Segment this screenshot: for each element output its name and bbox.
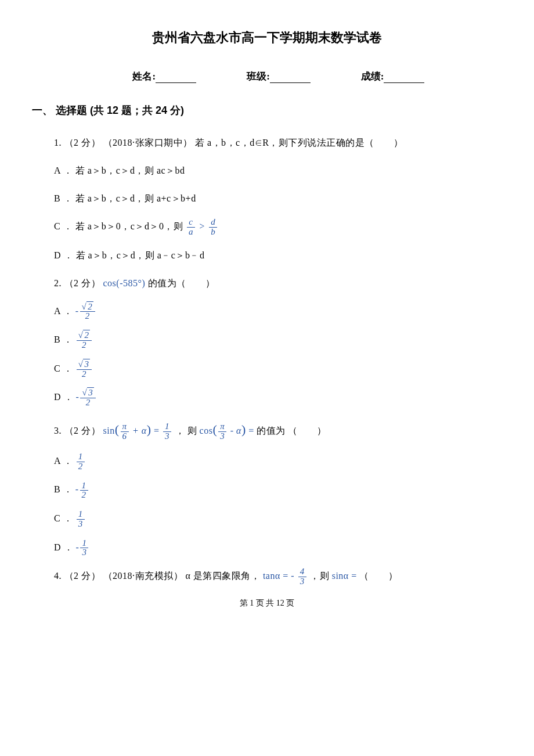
q3-c-prefix: C ．: [54, 513, 75, 523]
q1-option-c[interactable]: C ． 若 a＞b＞0，c＞d＞0，则 c a > d b: [54, 217, 502, 237]
class-label: 班级:: [247, 71, 270, 82]
question-3: 3. （2 分） sin(π6 + α) = 13 ， 则 cos(π3 ‑ α…: [54, 417, 502, 557]
name-blank[interactable]: [156, 73, 196, 83]
q2-option-c[interactable]: C ． √3 2: [54, 359, 502, 379]
q3-option-c[interactable]: C ． 13: [54, 509, 502, 529]
q1-c-frac-right: d b: [209, 218, 217, 237]
q3-sin: sin: [103, 426, 115, 435]
q3-d-prefix: D ．: [54, 542, 76, 552]
q4-suffix: （ ）: [359, 571, 398, 581]
q3-b-frac: 12: [80, 481, 88, 501]
q1-c-gt: >: [199, 221, 208, 231]
q3-b-prefix: B ．: [54, 484, 75, 494]
q3-d-sign: ‑: [76, 542, 80, 552]
question-2: 2. （2 分） cos(‑585°) 的值为（ ） A ． ‑ √2 2 B …: [54, 274, 502, 408]
q1-option-b[interactable]: B ． 若 a＞b，c＞d，则 a+c＞b+d: [54, 189, 502, 208]
q3-a-frac: 12: [77, 452, 85, 471]
q3-d-frac: 13: [80, 539, 88, 558]
q3-b-sign: ‑: [75, 484, 79, 494]
q3-option-a[interactable]: A ． 12: [54, 452, 502, 471]
q1-stem: 1. （2 分） （2018·张家口期中） 若 a，b，c，d∈R，则下列说法正…: [54, 134, 502, 152]
q3-pi6: π6: [121, 422, 129, 441]
class-blank[interactable]: [270, 73, 311, 83]
q1-option-a[interactable]: A ． 若 a＞b，c＞d，则 ac＞bd: [54, 161, 502, 180]
question-4: 4. （2 分） （2018·南充模拟） α 是第四象限角， tanα = ‑ …: [54, 567, 502, 586]
question-1: 1. （2 分） （2018·张家口期中） 若 a，b，c，d∈R，则下列说法正…: [54, 134, 502, 265]
q1-c-text: C ． 若 a＞b＞0，c＞d＞0，则: [54, 221, 186, 231]
q2-stem: 2. （2 分） cos(‑585°) 的值为（ ）: [54, 274, 502, 293]
q3-eq2: =: [248, 426, 257, 435]
q3-suffix: 的值为 （ ）: [257, 426, 326, 435]
score-field: 成绩:: [361, 70, 425, 83]
q3-minus-alpha: ‑ α: [230, 426, 241, 435]
q2-option-a[interactable]: A ． ‑ √2 2: [54, 302, 502, 322]
q1-c-frac-left: c a: [187, 218, 195, 237]
q4-sin: sinα =: [332, 571, 360, 581]
class-field: 班级:: [247, 70, 311, 83]
q4-43: 43: [298, 567, 306, 586]
q2-d-frac: √3 2: [80, 388, 96, 408]
q3-cos: cos: [200, 426, 213, 435]
q3-option-b[interactable]: B ． ‑12: [54, 480, 502, 500]
q2-prefix: 2. （2 分）: [54, 278, 103, 288]
q3-pi3: π3: [218, 422, 226, 441]
q2-option-b[interactable]: B ． √2 2: [54, 330, 502, 350]
q4-prefix: 4. （2 分） （2018·南充模拟） α 是第四象限角，: [54, 571, 263, 581]
q2-c-prefix: C ．: [54, 363, 75, 373]
q2-a-sign: ‑: [75, 306, 79, 316]
q4-mid: ，则: [310, 571, 332, 581]
q2-option-d[interactable]: D ． ‑ √3 2: [54, 388, 502, 408]
section-1-title: 一、 选择题 (共 12 题；共 24 分): [32, 103, 502, 117]
q3-a-prefix: A ．: [54, 456, 75, 466]
q3-prefix: 3. （2 分）: [54, 426, 103, 435]
q3-stem: 3. （2 分） sin(π6 + α) = 13 ， 则 cos(π3 ‑ α…: [54, 417, 502, 442]
q2-suffix: 的值为（ ）: [148, 278, 215, 288]
q2-b-prefix: B ．: [54, 334, 75, 344]
score-label: 成绩:: [361, 71, 384, 82]
q3-plus-alpha: + α: [132, 426, 147, 435]
q3-mid: ， 则: [175, 426, 197, 435]
page-footer: 第 1 页 共 12 页: [32, 598, 502, 609]
q2-a-prefix: A ．: [54, 306, 75, 316]
name-field: 姓名:: [132, 70, 196, 83]
q3-option-d[interactable]: D ． ‑13: [54, 538, 502, 558]
q4-stem: 4. （2 分） （2018·南充模拟） α 是第四象限角， tanα = ‑ …: [54, 567, 502, 586]
q3-eq1: =: [154, 426, 162, 435]
q2-b-frac: √2 2: [77, 331, 92, 350]
score-blank[interactable]: [384, 73, 424, 83]
q3-13: 13: [163, 422, 171, 441]
q2-d-prefix: D ．: [54, 392, 76, 402]
q4-tan: tanα = ‑: [263, 571, 297, 581]
q1-option-d[interactable]: D ． 若 a＞b，c＞d，则 a﹣c＞b﹣d: [54, 246, 502, 265]
page-title: 贵州省六盘水市高一下学期期末数学试卷: [32, 29, 502, 46]
q2-d-sign: ‑: [76, 392, 80, 402]
q2-c-frac: √3 2: [77, 360, 92, 379]
student-info-row: 姓名: 班级: 成绩:: [32, 70, 502, 83]
q2-math: cos(‑585°): [103, 278, 146, 288]
q2-a-frac: √2 2: [80, 303, 96, 322]
q3-c-frac: 13: [77, 510, 85, 529]
name-label: 姓名:: [132, 71, 156, 82]
